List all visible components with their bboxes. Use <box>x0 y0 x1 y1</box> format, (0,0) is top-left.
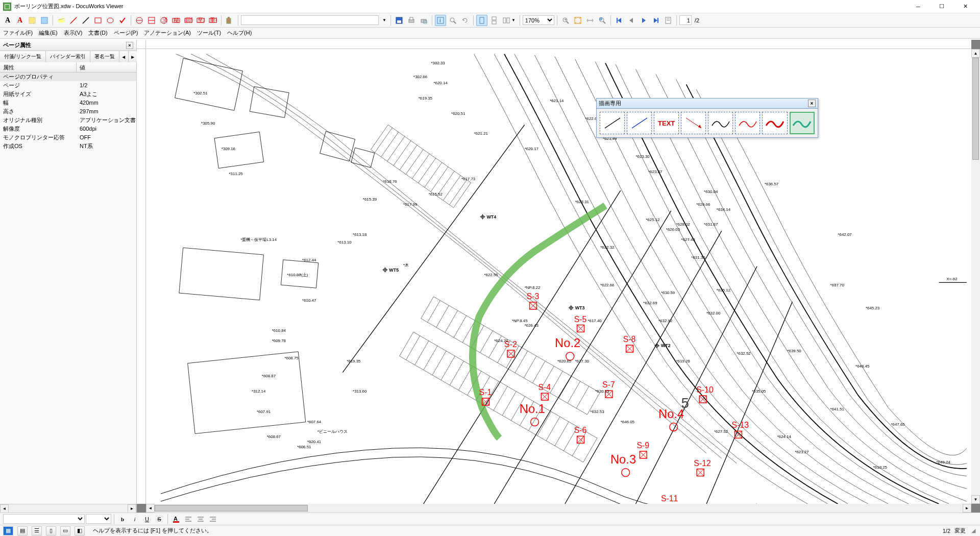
address-dropdown[interactable]: ▼ <box>380 15 388 26</box>
print-area-button[interactable] <box>418 15 429 26</box>
status-view-full[interactable]: ▭ <box>60 526 70 535</box>
text-color-button[interactable]: A <box>170 514 182 525</box>
page-view-button[interactable] <box>663 15 674 26</box>
palette-title-bar[interactable]: 描画専用 × <box>597 99 818 109</box>
align-center-button[interactable] <box>195 514 206 525</box>
menu-help[interactable]: ヘルプ(H) <box>227 29 252 37</box>
vertical-scrollbar[interactable]: ▲ ▼ <box>971 49 980 504</box>
stamp-wave-green[interactable] <box>790 112 815 134</box>
svg-text:*627.30: *627.30 <box>575 359 590 363</box>
font-family-select[interactable] <box>3 514 85 524</box>
prev-page-button[interactable] <box>626 15 637 26</box>
checkmark-tool[interactable] <box>117 15 128 26</box>
search-button[interactable] <box>447 15 458 26</box>
svg-text:*624.70: *624.70 <box>494 338 508 343</box>
svg-text:*623.27: *623.27 <box>795 450 808 454</box>
stamp-line-blue[interactable] <box>627 112 652 134</box>
horizontal-scrollbar[interactable]: ◄ ► <box>146 504 971 513</box>
svg-text:S-13: S-13 <box>732 421 749 429</box>
line-tool-black[interactable] <box>80 15 91 26</box>
panel-row: 高さ297mm <box>0 107 136 116</box>
bold-button[interactable]: b <box>117 514 128 525</box>
underline-button[interactable]: U <box>141 514 153 525</box>
document-page[interactable]: X=-92 No.1No.2No.3No.454 S-1S-2S-3S-4S-5… <box>146 49 971 504</box>
panel-hscrollbar[interactable]: ◄ ► <box>0 504 136 513</box>
stamp-text[interactable]: TEXT <box>654 112 679 134</box>
stamp-secret[interactable]: 秘 <box>170 15 182 26</box>
scroll-right-button[interactable]: ► <box>128 504 136 513</box>
last-page-button[interactable] <box>650 15 662 26</box>
scroll-left-button[interactable]: ◄ <box>0 504 9 513</box>
stamp-date[interactable] <box>134 15 145 26</box>
maximize-button[interactable]: ☐ <box>930 0 953 13</box>
text-tool-a[interactable]: A <box>2 15 13 26</box>
zoom-in-button[interactable]: + <box>560 15 571 26</box>
save-button[interactable] <box>394 15 405 26</box>
scroll-down-button[interactable]: ▼ <box>971 495 980 504</box>
menu-annotation[interactable]: アノテーション(A) <box>144 29 191 37</box>
menu-edit[interactable]: 編集(E) <box>39 29 58 37</box>
address-input[interactable] <box>241 15 379 25</box>
menu-document[interactable]: 文書(D) <box>88 29 107 37</box>
status-view-page[interactable]: ▯ <box>46 526 56 535</box>
stamp-circulate[interactable]: 回覧 <box>183 15 194 26</box>
panel-close-button[interactable]: × <box>126 42 133 49</box>
status-app-icon[interactable]: ▦ <box>3 526 13 535</box>
fit-width-button[interactable] <box>584 15 596 26</box>
status-view-thumbnail[interactable]: ▤ <box>17 526 28 535</box>
scroll-left-button[interactable]: ◄ <box>146 504 155 513</box>
strike-button[interactable]: S <box>154 514 165 525</box>
first-page-button[interactable] <box>614 15 625 26</box>
stamp-curve-red[interactable] <box>735 112 760 134</box>
fit-page-button[interactable] <box>572 15 583 26</box>
panel-tab-signature[interactable]: 署名一覧 <box>90 51 119 62</box>
zoom-select[interactable]: 170% <box>523 15 554 25</box>
h-scroll-thumb[interactable] <box>155 505 308 511</box>
ellipse-tool[interactable] <box>105 15 116 26</box>
status-view-list[interactable]: ☰ <box>32 526 42 535</box>
stamp-curve-black[interactable] <box>708 112 733 134</box>
drawing-palette[interactable]: 描画専用 × TEXT <box>596 98 818 138</box>
menu-page[interactable]: ページ(P) <box>114 29 138 37</box>
stamp-arrow-red[interactable] <box>681 112 706 134</box>
line-tool-red[interactable] <box>68 15 79 26</box>
panel-tab-prev[interactable]: ◄ <box>119 51 129 62</box>
rotate-button[interactable] <box>459 15 471 26</box>
highlighter-tool[interactable] <box>56 15 67 26</box>
single-page-view[interactable] <box>476 15 487 26</box>
panel-tab-binder[interactable]: バインダー索引 <box>46 51 90 62</box>
stamp-line-black[interactable] <box>600 112 625 134</box>
info-bar-toggle[interactable]: i <box>435 15 446 26</box>
page-number-input[interactable] <box>679 15 692 25</box>
stamp-square[interactable] <box>146 15 157 26</box>
stamp-urgent[interactable]: 至急 <box>195 15 206 26</box>
stamp-important[interactable]: 重要 <box>207 15 218 26</box>
menu-view[interactable]: 表示(V) <box>64 29 83 37</box>
font-size-select[interactable] <box>86 514 111 524</box>
align-left-button[interactable] <box>183 514 194 525</box>
continuous-view[interactable] <box>488 15 500 26</box>
v-scroll-thumb[interactable] <box>972 58 979 160</box>
note-tool-blue[interactable] <box>39 15 50 26</box>
next-page-button[interactable] <box>638 15 649 26</box>
note-tool-yellow[interactable] <box>27 15 38 26</box>
panel-tab-notes[interactable]: 付箋/リンク一覧 <box>0 51 46 62</box>
palette-close-button[interactable]: × <box>808 100 816 107</box>
menu-file[interactable]: ファイル(F) <box>3 29 33 37</box>
zoom-area-button[interactable] <box>597 15 608 26</box>
stamp-approved[interactable]: 済 <box>158 15 169 26</box>
rect-tool[interactable] <box>92 15 104 26</box>
text-tool-a-red[interactable]: A <box>14 15 26 26</box>
minimize-button[interactable]: ─ <box>906 0 930 13</box>
menu-tools[interactable]: ツール(T) <box>197 29 221 37</box>
stamp-wave-red[interactable] <box>762 112 787 134</box>
close-button[interactable]: ✕ <box>953 0 977 13</box>
status-view-split[interactable]: ◧ <box>75 526 85 535</box>
view-dropdown[interactable]: ▼ <box>501 15 517 26</box>
print-button[interactable] <box>406 15 417 26</box>
italic-button[interactable]: i <box>129 514 140 525</box>
scroll-right-button[interactable]: ► <box>963 504 971 513</box>
align-right-button[interactable] <box>207 514 218 525</box>
scroll-up-button[interactable]: ▲ <box>971 49 980 58</box>
stamp-tool[interactable] <box>224 15 235 26</box>
